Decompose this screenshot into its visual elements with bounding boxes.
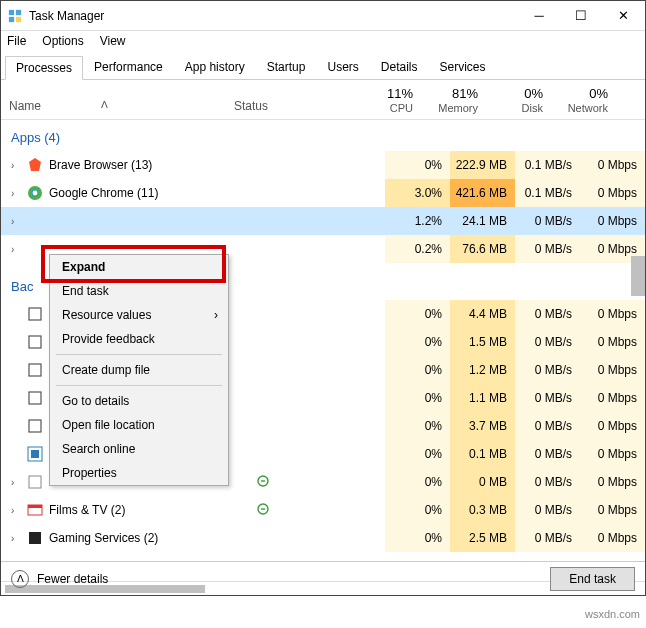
menu-view[interactable]: View [100, 34, 126, 48]
tab-startup[interactable]: Startup [256, 55, 317, 79]
gaming-services-icon [27, 530, 43, 546]
chevron-right-icon[interactable]: › [11, 188, 21, 199]
tab-details[interactable]: Details [370, 55, 429, 79]
col-cpu-header[interactable]: 11% CPU [356, 86, 421, 119]
chevron-right-icon[interactable]: › [11, 160, 21, 171]
menu-options[interactable]: Options [42, 34, 83, 48]
films-tv-icon [27, 502, 43, 518]
col-net-header[interactable]: 0% Network [551, 86, 616, 119]
tab-users[interactable]: Users [316, 55, 369, 79]
ctx-expand[interactable]: Expand [50, 255, 228, 279]
col-disk-header[interactable]: 0% Disk [486, 86, 551, 119]
task-manager-window: Task Manager ─ ☐ ✕ File Options View Pro… [0, 0, 646, 596]
col-name-header[interactable]: ᐱ Name [1, 99, 226, 119]
footer: ᐱ Fewer details End task [1, 561, 645, 595]
end-task-button[interactable]: End task [550, 567, 635, 591]
chrome-icon [27, 185, 43, 201]
watermark: wsxdn.com [585, 608, 640, 620]
svg-point-6 [33, 191, 38, 196]
ctx-open-location[interactable]: Open file location [50, 413, 228, 437]
window-title: Task Manager [29, 9, 104, 23]
generic-process-icon [27, 334, 43, 350]
tab-app-history[interactable]: App history [174, 55, 256, 79]
brave-icon [27, 157, 43, 173]
svg-rect-0 [9, 9, 14, 14]
maximize-button[interactable]: ☐ [569, 4, 593, 28]
svg-rect-8 [29, 336, 41, 348]
app-icon [27, 213, 43, 229]
separator [56, 385, 222, 386]
generic-process-icon [27, 362, 43, 378]
generic-process-icon [27, 306, 43, 322]
fewer-details-button[interactable]: Fewer details [37, 572, 108, 586]
ctx-resource-values[interactable]: Resource values [50, 303, 228, 327]
tab-services[interactable]: Services [429, 55, 497, 79]
col-status-header[interactable]: Status [226, 99, 356, 119]
table-row[interactable]: › Brave Browser (13) 0% 222.9 MB 0.1 MB/… [1, 151, 645, 179]
svg-rect-17 [28, 505, 42, 508]
chevron-up-icon[interactable]: ᐱ [11, 570, 29, 588]
vertical-scrollbar[interactable] [631, 256, 645, 296]
svg-rect-11 [29, 420, 41, 432]
tab-processes[interactable]: Processes [5, 56, 83, 80]
suspended-icon [257, 503, 385, 518]
svg-rect-7 [29, 308, 41, 320]
ctx-properties[interactable]: Properties [50, 461, 228, 485]
column-headers: ᐱ Name Status 11% CPU 81% Memory 0% Disk… [1, 80, 645, 120]
chevron-right-icon[interactable]: › [11, 244, 21, 255]
svg-rect-10 [29, 392, 41, 404]
chevron-right-icon[interactable]: › [11, 477, 21, 488]
titlebar: Task Manager ─ ☐ ✕ [1, 1, 645, 31]
table-row[interactable]: › Gaming Services (2) 0% 2.5 MB 0 MB/s 0… [1, 524, 645, 552]
table-row[interactable]: › Google Chrome (11) 3.0% 421.6 MB 0.1 M… [1, 179, 645, 207]
svg-rect-3 [16, 16, 21, 21]
menu-file[interactable]: File [7, 34, 26, 48]
svg-rect-9 [29, 364, 41, 376]
separator [56, 354, 222, 355]
minimize-button[interactable]: ─ [527, 4, 551, 28]
feeds-icon [27, 474, 43, 490]
tab-performance[interactable]: Performance [83, 55, 174, 79]
svg-rect-14 [29, 476, 41, 488]
tabs: Processes Performance App history Startu… [1, 51, 645, 80]
svg-rect-2 [9, 16, 14, 21]
group-apps: Apps (4) [1, 120, 645, 151]
generic-process-icon [27, 418, 43, 434]
table-row[interactable]: › Films & TV (2) 0% 0.3 MB 0 MB/s 0 Mbps [1, 496, 645, 524]
chevron-right-icon[interactable]: › [11, 533, 21, 544]
ctx-search-online[interactable]: Search online [50, 437, 228, 461]
table-row-selected[interactable]: › 1.2% 24.1 MB 0 MB/s 0 Mbps [1, 207, 645, 235]
ctx-go-details[interactable]: Go to details [50, 389, 228, 413]
ctx-create-dump[interactable]: Create dump file [50, 358, 228, 382]
close-button[interactable]: ✕ [611, 4, 635, 28]
sort-indicator-icon: ᐱ [101, 99, 108, 110]
svg-rect-1 [16, 9, 21, 14]
ctx-end-task[interactable]: End task [50, 279, 228, 303]
col-mem-header[interactable]: 81% Memory [421, 86, 486, 119]
menubar: File Options View [1, 31, 645, 51]
suspended-icon [257, 475, 385, 490]
generic-process-icon [27, 390, 43, 406]
app-icon [7, 8, 23, 24]
svg-rect-19 [29, 532, 41, 544]
ctx-provide-feedback[interactable]: Provide feedback [50, 327, 228, 351]
svg-rect-13 [31, 450, 39, 458]
chevron-right-icon[interactable]: › [11, 216, 21, 227]
features-on-demand-icon [27, 446, 43, 462]
context-menu: Expand End task Resource values Provide … [49, 254, 229, 486]
chevron-right-icon[interactable]: › [11, 505, 21, 516]
